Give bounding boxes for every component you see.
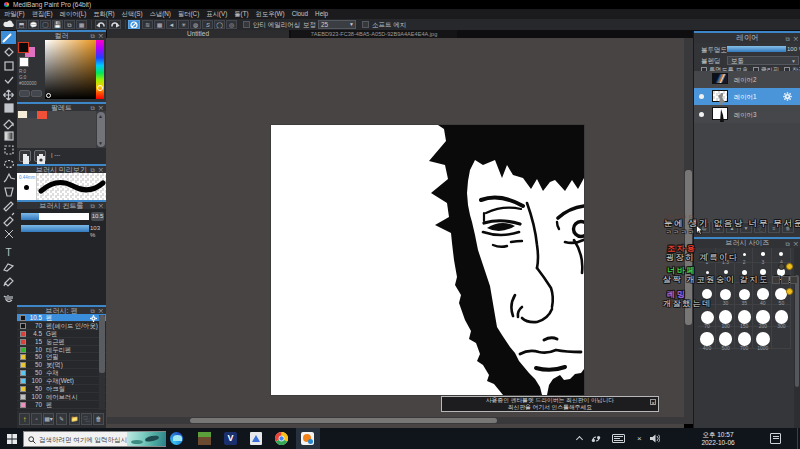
- svg-text:T: T: [5, 247, 11, 258]
